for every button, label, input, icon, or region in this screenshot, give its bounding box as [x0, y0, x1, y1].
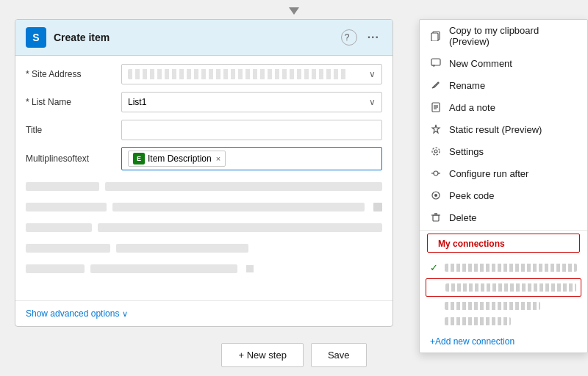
rename-icon [430, 79, 442, 91]
svg-point-8 [432, 148, 440, 155]
show-advanced-label: Show advanced options [26, 308, 119, 319]
card-header-right: ? ··· [341, 29, 382, 46]
menu-rename[interactable]: Rename [420, 74, 587, 96]
more-options-button[interactable]: ··· [365, 29, 382, 46]
menu-configure-run-label: Configure run after [449, 168, 528, 179]
list-name-control[interactable]: List1 ∨ [121, 92, 382, 112]
item-description-close[interactable]: × [216, 154, 220, 163]
new-step-button[interactable]: + New step [221, 343, 303, 367]
connection-item-1[interactable]: ✓ [420, 258, 587, 277]
connection-1-blurred [445, 264, 577, 272]
blurred-row-1 [26, 179, 382, 194]
connection-selected-blurred [445, 283, 576, 292]
show-advanced-button[interactable]: Show advanced options ∨ [26, 308, 128, 319]
site-address-value-blurred [128, 69, 348, 79]
svg-rect-14 [433, 215, 439, 221]
menu-delete-label: Delete [449, 212, 477, 223]
blurred-row-5 [26, 261, 382, 276]
menu-settings-label: Settings [449, 146, 484, 157]
blurred-label-1 [26, 182, 99, 191]
title-control[interactable] [121, 120, 382, 140]
menu-add-note-label: Add a note [449, 102, 495, 113]
blurred-row-4 [26, 241, 382, 256]
menu-static-result-label: Static result (Preview) [449, 124, 542, 135]
blurred-action-2 [373, 203, 382, 212]
blurred-label-4 [26, 244, 110, 253]
connections-section: ✓ [420, 256, 587, 332]
blurred-value-3 [98, 223, 382, 232]
list-name-label: * List Name [26, 97, 121, 107]
delete-icon [430, 212, 442, 223]
sharepoint-icon: S [26, 27, 46, 48]
menu-copy-clipboard[interactable]: Copy to my clipboard (Preview) [420, 20, 587, 52]
menu-copy-clipboard-label: Copy to my clipboard (Preview) [449, 25, 577, 47]
blurred-label-3 [26, 223, 92, 232]
blurred-value-1 [105, 182, 382, 191]
peek-code-icon [430, 189, 442, 201]
svg-point-9 [434, 171, 438, 176]
card-footer: Show advanced options ∨ [15, 300, 392, 326]
svg-point-7 [434, 150, 437, 153]
card-header-left: S Create item [26, 27, 110, 48]
title-label: Title [26, 125, 121, 135]
blurred-indicator-5 [246, 265, 254, 272]
menu-static-result[interactable]: Static result (Preview) [420, 118, 587, 140]
add-connection-button[interactable]: +Add new connection [420, 332, 587, 352]
svg-rect-1 [431, 33, 438, 41]
add-note-icon [430, 101, 442, 113]
blurred-additional-rows [26, 179, 382, 276]
connection-item-3[interactable] [420, 298, 587, 314]
static-result-icon [430, 123, 442, 135]
connection-item-4[interactable] [420, 314, 587, 329]
help-button[interactable]: ? [341, 29, 357, 46]
show-advanced-chevron: ∨ [122, 309, 128, 319]
item-description-chip: E Item Description × [128, 151, 226, 167]
card-body: * Site Address ∨ * List Name List1 ∨ [15, 56, 392, 300]
blurred-value-4 [116, 244, 248, 253]
site-address-dropdown-arrow: ∨ [369, 69, 376, 79]
copy-clipboard-icon [430, 30, 442, 42]
context-menu: Copy to my clipboard (Preview) New Comme… [419, 19, 588, 353]
multiline-label: Multiplinesoftext [26, 153, 121, 164]
settings-icon [430, 145, 442, 157]
title-input[interactable] [128, 125, 376, 135]
item-description-icon: E [133, 153, 145, 164]
site-address-control[interactable]: ∨ [121, 64, 382, 84]
menu-add-note[interactable]: Add a note [420, 96, 587, 118]
svg-point-13 [434, 194, 437, 197]
multiline-row: Multiplinesoftext E Item Description × [26, 147, 382, 170]
multiline-control[interactable]: E Item Description × [121, 147, 382, 170]
configure-run-icon [430, 167, 442, 179]
site-address-label: * Site Address [26, 69, 121, 79]
menu-new-comment-label: New Comment [449, 58, 512, 69]
title-row: Title [26, 119, 382, 141]
new-comment-icon [430, 57, 442, 69]
save-button[interactable]: Save [311, 343, 367, 367]
blurred-row-3 [26, 220, 382, 235]
menu-divider [420, 230, 587, 231]
menu-configure-run[interactable]: Configure run after [420, 162, 587, 184]
menu-settings[interactable]: Settings [420, 140, 587, 162]
connection-selected-inner[interactable] [431, 282, 576, 293]
my-connections-label: My connections [427, 234, 580, 253]
top-arrow [287, 0, 301, 19]
connection-check-icon: ✓ [430, 262, 440, 273]
item-description-text: Item Description [148, 153, 212, 164]
list-name-row: * List Name List1 ∨ [26, 91, 382, 113]
connection-4-blurred [445, 317, 511, 325]
card-title: Create item [54, 32, 110, 43]
list-name-dropdown-arrow: ∨ [369, 97, 376, 107]
blurred-label-5 [26, 264, 85, 273]
menu-delete[interactable]: Delete [420, 206, 587, 228]
menu-rename-label: Rename [449, 80, 485, 91]
list-name-value: List1 [128, 97, 146, 107]
svg-rect-2 [431, 59, 440, 65]
menu-new-comment[interactable]: New Comment [420, 52, 587, 74]
site-address-row: * Site Address ∨ [26, 63, 382, 85]
connection-item-selected[interactable] [426, 278, 581, 297]
blurred-value-5 [90, 264, 237, 273]
menu-peek-code[interactable]: Peek code [420, 184, 587, 206]
blurred-value-2 [112, 203, 365, 212]
card-header: S Create item ? ··· [15, 20, 392, 56]
blurred-row-2 [26, 200, 382, 214]
